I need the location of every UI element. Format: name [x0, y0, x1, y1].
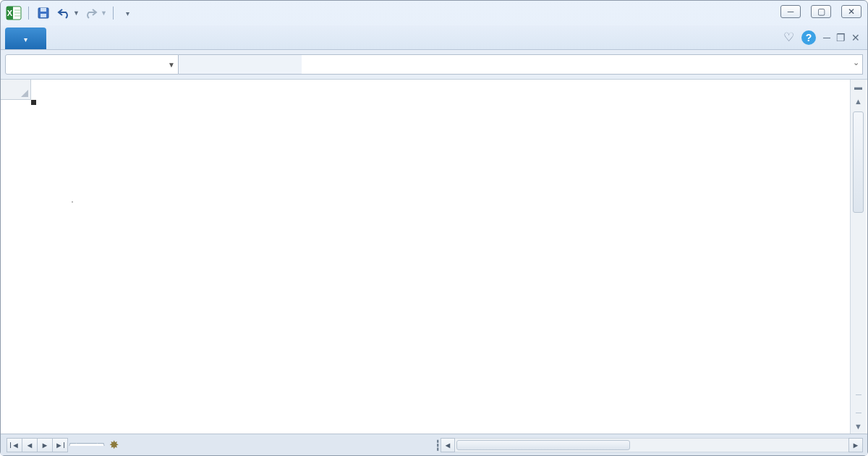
- hscroll-track[interactable]: [455, 438, 848, 452]
- help-button[interactable]: ?: [801, 30, 816, 45]
- sheet-prev-icon[interactable]: ◄: [22, 438, 38, 452]
- sheet-nav-buttons: I◄ ◄ ► ►I: [1, 438, 67, 452]
- sheet-tab-sheet1[interactable]: [75, 443, 99, 446]
- sheet-next-icon[interactable]: ►: [37, 438, 53, 452]
- scroll-down-icon[interactable]: ▼: [851, 419, 866, 434]
- ribbon-right-controls: ♡ ? ─ ❐ ✕: [783, 30, 860, 45]
- minimize-button[interactable]: ─: [780, 5, 801, 18]
- hscroll-thumb[interactable]: [456, 440, 630, 450]
- svg-rect-8: [41, 14, 46, 17]
- sheet-first-icon[interactable]: I◄: [7, 438, 22, 452]
- vscroll-mid-marker: [856, 394, 861, 413]
- qat-separator-2: [113, 7, 114, 20]
- hscroll-right-icon[interactable]: ►: [848, 438, 863, 452]
- hscroll-left-icon[interactable]: ◄: [441, 438, 455, 452]
- save-button[interactable]: [35, 5, 52, 21]
- redo-dropdown[interactable]: ▼: [101, 9, 107, 17]
- vertical-scrollbar[interactable]: ▬ ▲ ▼: [850, 80, 866, 434]
- horizontal-scrollbar[interactable]: ┇ ◄ ►: [435, 438, 863, 452]
- ribbon-tabs: ♡ ? ─ ❐ ✕: [1, 25, 867, 50]
- doc-restore-button[interactable]: ❐: [836, 32, 846, 43]
- formula-input[interactable]: ⌄: [302, 54, 863, 75]
- name-box[interactable]: ▼: [5, 54, 179, 75]
- sheet-last-icon[interactable]: ►I: [52, 438, 68, 452]
- svg-rect-7: [41, 8, 46, 12]
- doc-close-button[interactable]: ✕: [851, 32, 860, 43]
- doc-minimize-button[interactable]: ─: [823, 32, 830, 43]
- qat-customize-button[interactable]: ▾: [119, 5, 137, 21]
- quick-access-toolbar: X ▼ ▼ ▾: [1, 4, 137, 22]
- worksheet-area: ▬ ▲ ▼: [1, 80, 867, 434]
- vscroll-track[interactable]: [851, 109, 866, 389]
- new-sheet-icon[interactable]: ✸: [109, 438, 119, 452]
- formula-expand-icon[interactable]: ⌄: [853, 58, 859, 67]
- split-handle-icon[interactable]: ▬: [851, 80, 866, 94]
- selection-box: [31, 100, 35, 104]
- titlebar: X ▼ ▼ ▾ ─ ▢ ✕: [1, 1, 867, 25]
- redo-button[interactable]: [82, 5, 100, 21]
- maximize-button[interactable]: ▢: [811, 5, 831, 18]
- data-table: [72, 201, 73, 203]
- fx-area: [179, 54, 302, 75]
- excel-window: X ▼ ▼ ▾ ─ ▢ ✕ ♡ ?: [0, 0, 868, 456]
- excel-app-icon[interactable]: X: [5, 4, 22, 22]
- column-headers: [31, 80, 867, 100]
- scroll-up-icon[interactable]: ▲: [851, 94, 866, 109]
- ribbon-minimize-icon[interactable]: ♡: [783, 30, 794, 45]
- close-button[interactable]: ✕: [841, 5, 861, 18]
- sheet-tab-bar: I◄ ◄ ► ►I ✸ ┇ ◄ ►: [1, 434, 867, 455]
- name-box-dropdown-icon[interactable]: ▼: [168, 61, 175, 69]
- formula-bar-area: ▼ ⌄: [1, 50, 867, 80]
- select-all-corner[interactable]: [1, 80, 31, 100]
- name-box-input[interactable]: [6, 58, 178, 71]
- tab-file[interactable]: [5, 28, 46, 49]
- undo-dropdown[interactable]: ▼: [73, 9, 80, 17]
- qat-separator: [28, 7, 29, 20]
- cells-canvas[interactable]: [31, 100, 867, 434]
- svg-text:X: X: [7, 9, 13, 17]
- grid[interactable]: [1, 80, 867, 434]
- vscroll-thumb[interactable]: [853, 111, 864, 213]
- window-controls: ─ ▢ ✕: [780, 5, 861, 18]
- undo-button[interactable]: [55, 5, 72, 21]
